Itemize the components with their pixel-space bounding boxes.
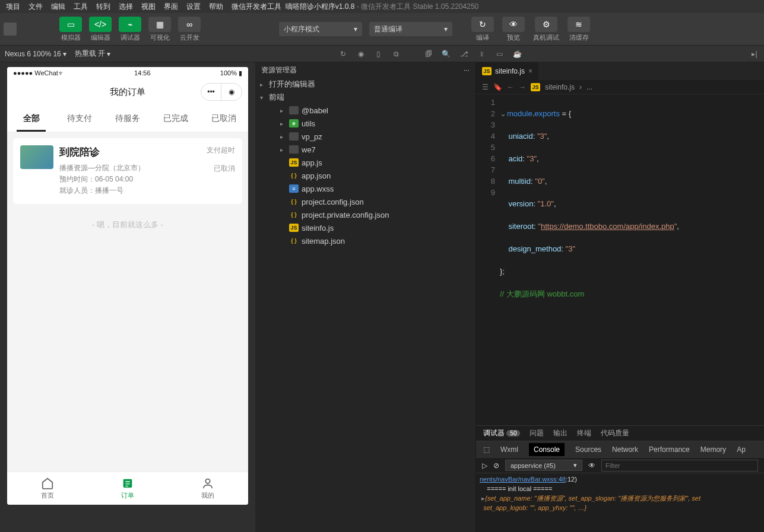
tabbar-orders[interactable]: 订单 [87,472,167,505]
clear-cache-button[interactable]: ≋清缓存 [565,15,592,43]
tab-cancelled[interactable]: 已取消 [200,105,248,132]
tab-pending-pay[interactable]: 待支付 [55,105,103,132]
close-icon[interactable]: × [528,67,532,75]
json-icon: { } [289,171,299,180]
capsule-menu-button[interactable]: ••• [201,84,221,100]
ban-icon[interactable]: ⊘ [493,461,499,470]
file-sitemap-json[interactable]: { }sitemap.json [255,234,475,247]
menu-interface[interactable]: 界面 [160,1,182,13]
remote-debug-button[interactable]: ⚙真机调试 [531,15,562,43]
order-card[interactable]: 到院陪诊 播播资源—分院（北京市） 预约时间：06-05 04:00 就诊人员：… [13,138,242,204]
popout-icon[interactable]: ⧉ [392,49,401,59]
list-icon[interactable]: ☰ [482,83,489,91]
devtab-network[interactable]: Network [612,445,638,454]
context-select[interactable]: appservice (#5)▾ [505,460,582,471]
menu-tools[interactable]: 工具 [70,1,91,13]
file-siteinfo-js[interactable]: JSsiteinfo.js [255,221,475,234]
order-list[interactable]: 到院陪诊 播播资源—分院（北京市） 预约时间：06-05 04:00 就诊人员：… [7,132,248,472]
order-tabs: 全部 待支付 待服务 已完成 已取消 [7,105,248,132]
phone-icon[interactable]: ▯ [374,49,383,59]
tabbar-home[interactable]: 首页 [7,472,87,505]
capsule-close-button[interactable]: ◉ [221,84,242,100]
menu-edit[interactable]: 编辑 [47,1,69,13]
menu-view[interactable]: 视图 [138,1,159,13]
devtab-sources[interactable]: Sources [575,445,601,454]
code-icon: </> [89,17,112,32]
bookmark-icon[interactable]: 🔖 [493,83,502,91]
editor-panel: JS siteinfo.js × ☰ 🔖 ← → JS siteinfo.js … [476,62,764,532]
file-project-private-config-json[interactable]: { }project.private.config.json [255,208,475,221]
file-vp_pz[interactable]: ▸vp_pz [255,130,475,143]
more-icon[interactable]: ··· [464,66,470,74]
tab-terminal[interactable]: 终端 [577,428,591,438]
file-app-wxss[interactable]: ≡app.wxss [255,182,475,195]
editor-button[interactable]: </>编辑器 [87,15,114,43]
code-editor[interactable]: 123456789 ⌄module.exports = { uniacid: "… [476,94,764,425]
file-utils[interactable]: ▸eutils [255,117,475,130]
project-icon[interactable] [4,23,17,36]
tab-debugger[interactable]: 调试器 50 [483,428,520,438]
tab-pending-serve[interactable]: 待服务 [103,105,151,132]
breadcrumb-symbol[interactable]: ... [587,83,592,91]
toolbar: ▭模拟器 </>编辑器 ⌁调试器 ▦可视化 ∞云开发 小程序模式▾ 普通编译▾ … [0,13,764,46]
files-icon[interactable]: 🗐 [424,49,433,59]
tab-all[interactable]: 全部 [7,105,55,132]
open-editors-section[interactable]: ▸打开的编辑器 [255,78,475,91]
menu-project[interactable]: 项目 [2,1,24,13]
tab-problems[interactable]: 问题 [530,428,544,438]
git-icon[interactable]: ⎇ [459,49,469,59]
devtab-wxml[interactable]: Wxml [500,445,518,454]
hot-reload-dropdown[interactable]: 热重载 开 ▾ [75,49,110,59]
menu-settings[interactable]: 设置 [183,1,204,13]
tabbar-profile[interactable]: 我的 [168,472,248,505]
devtab-performance[interactable]: Performance [649,445,690,454]
record-icon[interactable]: ◉ [356,49,366,59]
file-we7[interactable]: ▸we7 [255,143,475,156]
file-project-config-json[interactable]: { }project.config.json [255,195,475,208]
devtab-app[interactable]: Ap [737,445,746,454]
tab-output[interactable]: 输出 [553,428,568,438]
compile-select[interactable]: 普通编译▾ [369,22,452,36]
menu-select[interactable]: 选择 [115,1,137,13]
devtab-memory[interactable]: Memory [700,445,726,454]
box-icon[interactable]: ▭ [495,49,505,59]
breadcrumb-file[interactable]: siteinfo.js [545,83,575,91]
play-icon[interactable]: ▷ [482,461,487,470]
forward-icon[interactable]: → [519,83,526,91]
eye-icon[interactable]: 👁 [588,461,595,470]
chevron-down-icon: ▾ [444,25,448,33]
user-icon [201,477,214,490]
cup-icon[interactable]: ☕ [513,49,522,59]
filter-input[interactable] [601,460,758,472]
order-hospital: 播播资源—分院（北京市） [59,163,194,174]
root-folder[interactable]: ▾前端 [255,91,475,104]
console-output[interactable]: nents/navBar/navBar.wxss:48:12) ===== in… [476,473,764,532]
file-app-json[interactable]: { }app.json [255,169,475,182]
file-app-js[interactable]: JSapp.js [255,156,475,169]
graph-icon[interactable]: ⫴ [477,49,487,59]
menu-help[interactable]: 帮助 [205,1,227,13]
panel-icon[interactable]: ▸| [750,49,759,59]
preview-button[interactable]: 👁预览 [500,15,527,43]
folder-icon [289,145,299,154]
visual-button[interactable]: ▦可视化 [146,15,173,43]
debugger-button[interactable]: ⌁调试器 [116,15,144,43]
device-dropdown[interactable]: Nexus 6 100% 16 ▾ [5,50,66,58]
file-@babel[interactable]: ▸@babel [255,104,475,117]
menu-file[interactable]: 文件 [25,1,46,13]
menubar: 项目 文件 编辑 工具 转到 选择 视图 界面 设置 帮助 微信开发者工具 嘀嗒… [0,0,764,13]
editor-tab-siteinfo[interactable]: JS siteinfo.js × [476,62,539,80]
menu-goto[interactable]: 转到 [93,1,114,13]
devtab-console[interactable]: Console [529,443,565,456]
compile-button[interactable]: ↻编译 [469,15,496,43]
cloud-button[interactable]: ∞云开发 [176,15,203,43]
mode-select[interactable]: 小程序模式▾ [279,22,362,36]
back-icon[interactable]: ← [507,83,514,91]
search-icon[interactable]: 🔍 [442,49,451,59]
refresh-icon[interactable]: ↻ [338,49,348,59]
tab-quality[interactable]: 代码质量 [601,428,629,438]
tab-done[interactable]: 已完成 [152,105,200,132]
simulator-button[interactable]: ▭模拟器 [57,15,84,43]
inspect-icon[interactable]: ⬚ [483,445,490,454]
menu-devtools[interactable]: 微信开发者工具 [228,1,285,13]
